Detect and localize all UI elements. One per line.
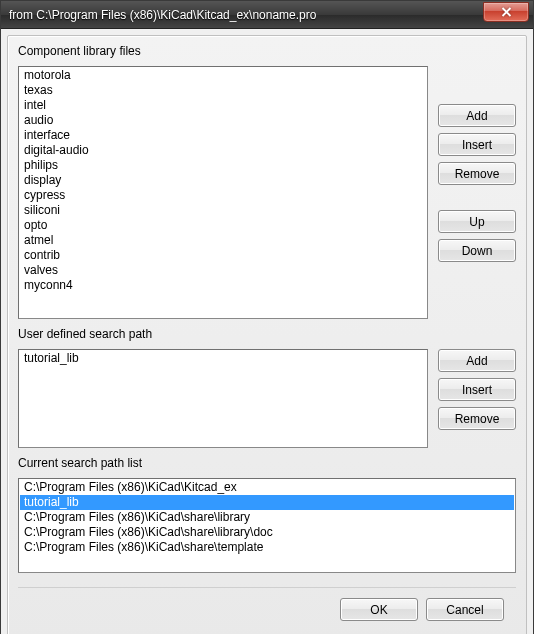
client-area: Component library files motorolatexasint… bbox=[1, 29, 533, 634]
list-item[interactable]: intel bbox=[20, 98, 426, 113]
remove-button[interactable]: Remove bbox=[438, 407, 516, 430]
insert-button[interactable]: Insert bbox=[438, 133, 516, 156]
remove-button[interactable]: Remove bbox=[438, 162, 516, 185]
list-item[interactable]: texas bbox=[20, 83, 426, 98]
list-item[interactable]: C:\Program Files (x86)\KiCad\Kitcad_ex bbox=[20, 480, 514, 495]
dialog-button-bar: OK Cancel bbox=[18, 587, 516, 631]
down-button[interactable]: Down bbox=[438, 239, 516, 262]
current-search-path-row: C:\Program Files (x86)\KiCad\Kitcad_extu… bbox=[18, 478, 516, 573]
component-files-label: Component library files bbox=[18, 44, 516, 58]
list-item[interactable]: audio bbox=[20, 113, 426, 128]
current-search-path-listbox[interactable]: C:\Program Files (x86)\KiCad\Kitcad_extu… bbox=[18, 478, 516, 573]
user-search-path-listbox[interactable]: tutorial_lib bbox=[18, 349, 428, 448]
list-item[interactable]: display bbox=[20, 173, 426, 188]
list-item[interactable]: valves bbox=[20, 263, 426, 278]
list-item[interactable]: contrib bbox=[20, 248, 426, 263]
list-item[interactable]: opto bbox=[20, 218, 426, 233]
current-search-path-label: Current search path list bbox=[18, 456, 516, 470]
list-item[interactable]: myconn4 bbox=[20, 278, 426, 293]
user-search-path-label: User defined search path bbox=[18, 327, 516, 341]
list-item[interactable]: interface bbox=[20, 128, 426, 143]
list-item[interactable]: tutorial_lib bbox=[20, 351, 426, 366]
list-item[interactable]: philips bbox=[20, 158, 426, 173]
up-button[interactable]: Up bbox=[438, 210, 516, 233]
list-item[interactable]: siliconi bbox=[20, 203, 426, 218]
component-files-buttons: Add Insert Remove Up Down bbox=[438, 66, 516, 319]
main-panel: Component library files motorolatexasint… bbox=[7, 35, 527, 634]
user-search-path-buttons: Add Insert Remove bbox=[438, 349, 516, 448]
insert-button[interactable]: Insert bbox=[438, 378, 516, 401]
close-icon bbox=[501, 7, 512, 17]
ok-button[interactable]: OK bbox=[340, 598, 418, 621]
window-title: from C:\Program Files (x86)\KiCad\Kitcad… bbox=[9, 8, 483, 22]
list-item[interactable]: motorola bbox=[20, 68, 426, 83]
list-item[interactable]: tutorial_lib bbox=[20, 495, 514, 510]
dialog-window: from C:\Program Files (x86)\KiCad\Kitcad… bbox=[0, 0, 534, 634]
list-item[interactable]: digital-audio bbox=[20, 143, 426, 158]
list-item[interactable]: cypress bbox=[20, 188, 426, 203]
list-item[interactable]: C:\Program Files (x86)\KiCad\share\libra… bbox=[20, 510, 514, 525]
add-button[interactable]: Add bbox=[438, 104, 516, 127]
add-button[interactable]: Add bbox=[438, 349, 516, 372]
titlebar[interactable]: from C:\Program Files (x86)\KiCad\Kitcad… bbox=[1, 1, 533, 29]
list-item[interactable]: atmel bbox=[20, 233, 426, 248]
list-item[interactable]: C:\Program Files (x86)\KiCad\share\libra… bbox=[20, 525, 514, 540]
component-files-listbox[interactable]: motorolatexasintelaudiointerfacedigital-… bbox=[18, 66, 428, 319]
component-files-row: motorolatexasintelaudiointerfacedigital-… bbox=[18, 66, 516, 319]
list-item[interactable]: C:\Program Files (x86)\KiCad\share\templ… bbox=[20, 540, 514, 555]
cancel-button[interactable]: Cancel bbox=[426, 598, 504, 621]
close-button[interactable] bbox=[483, 2, 529, 22]
user-search-path-row: tutorial_lib Add Insert Remove bbox=[18, 349, 516, 448]
